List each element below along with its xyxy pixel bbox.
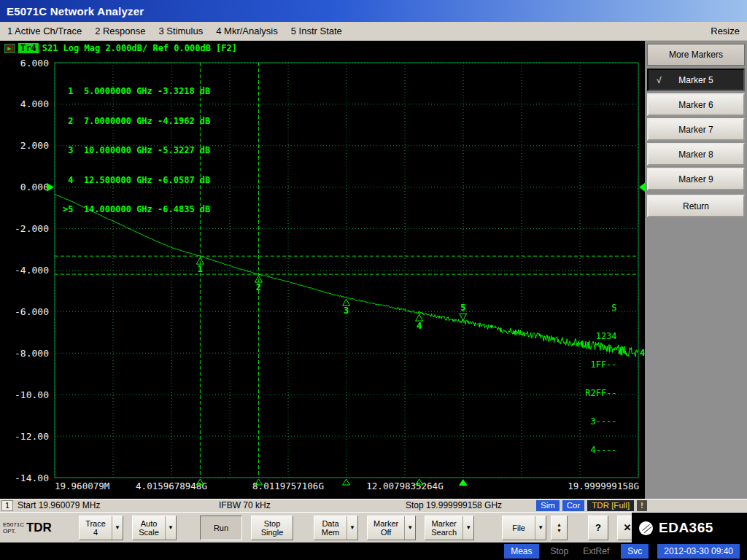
button-label: File <box>503 516 535 540</box>
svg-text:8.0119757106G: 8.0119757106G <box>252 481 324 491</box>
toolbar-toggle-button[interactable]: ▲ ▼ <box>551 516 568 540</box>
button-label-line: Marker <box>374 519 398 528</box>
trace-select-button[interactable]: Trace 4 ▼ <box>79 516 123 540</box>
auto-scale-button[interactable]: Auto Scale ▼ <box>132 516 177 540</box>
marker-readout-table: 1 5.0000000 GHz -3.3218 dB 2 7.0000000 G… <box>63 67 210 235</box>
marker-search-button[interactable]: Marker Search ▼ <box>425 516 474 540</box>
svg-text:-10.00: -10.00 <box>15 389 49 400</box>
softkey-marker-6[interactable]: Marker 6 <box>647 93 745 116</box>
svc-indicator: Svc <box>621 544 649 559</box>
svg-text:4: 4 <box>417 321 422 331</box>
correction-status-line: 1FF-- <box>585 360 627 370</box>
instrument-logo: E5071C OPT. TDR <box>3 521 70 535</box>
trace-header: ▶ Tr4 S21 Log Mag 2.000dB/ Ref 0.000dB [… <box>4 43 237 53</box>
down-arrow-icon: ▼ <box>557 528 562 534</box>
svg-text:4.0159678948G: 4.0159678948G <box>136 481 207 491</box>
svg-text:0.000: 0.000 <box>20 182 49 192</box>
menu-item-active-ch-trace[interactable]: 1 Active Ch/Trace <box>7 26 82 36</box>
svg-text:1: 1 <box>198 264 203 274</box>
run-button[interactable]: Run <box>200 516 242 540</box>
svg-text:-4.000: -4.000 <box>15 265 49 276</box>
chevron-down-icon[interactable]: ▼ <box>347 516 357 540</box>
logo-opt: OPT. <box>3 528 24 534</box>
sweep-stop-readout: Stop 19.999999158 GHz <box>406 500 502 510</box>
channel-trace-indicator-icon: ▶ <box>4 44 15 53</box>
menu-item-mkr-analysis[interactable]: 4 Mkr/Analysis <box>216 26 278 36</box>
svg-text:2.000: 2.000 <box>20 140 49 151</box>
marker-readout-row: 4 12.500000 GHz -6.0587 dB <box>63 176 210 186</box>
button-label-line: Marker <box>432 519 457 528</box>
help-button[interactable]: ? <box>588 516 608 540</box>
softkey-marker-9[interactable]: Marker 9 <box>647 168 745 190</box>
menu-item-resize[interactable]: Resize <box>711 26 740 36</box>
toolbar: E5071C OPT. TDR Trace 4 ▼ Auto Scale ▼ R… <box>0 512 747 542</box>
button-label-line: Scale <box>139 528 159 537</box>
correction-status-line: 3---- <box>585 417 627 427</box>
file-button[interactable]: File ▼ <box>502 516 546 540</box>
correction-status-line: 1234 <box>585 332 627 341</box>
svg-text:6.000: 6.000 <box>20 58 49 69</box>
button-label-line: Search <box>431 528 457 537</box>
marker-readout-row: 3 10.000000 GHz -5.3227 dB <box>63 146 210 156</box>
softkey-marker-5[interactable]: √ Marker 5 <box>647 69 745 91</box>
chevron-down-icon[interactable]: ▼ <box>404 516 415 540</box>
stop-single-button[interactable]: Stop Single <box>251 516 293 540</box>
button-label: Trace 4 <box>80 516 112 540</box>
button-label: Auto Scale <box>133 516 165 540</box>
marker-readout-row: 1 5.0000000 GHz -3.3218 dB <box>63 87 210 97</box>
menu-bar: 1 Active Ch/Trace 2 Response 3 Stimulus … <box>0 22 747 41</box>
chevron-down-icon[interactable]: ▼ <box>462 516 473 540</box>
meas-indicator: Meas <box>504 544 538 559</box>
button-label-line: Data <box>322 519 338 528</box>
data-mem-button[interactable]: Data Mem ▼ <box>314 516 358 540</box>
channel-status-bar: 1 Start 19.960079 MHz IFBW 70 kHz Stop 1… <box>0 499 747 512</box>
svg-text:12.0079835264G: 12.0079835264G <box>366 481 443 491</box>
svg-text:4: 4 <box>640 348 645 358</box>
clock-readout: 2012-03-30 09:40 <box>657 544 740 559</box>
menu-item-stimulus[interactable]: 3 Stimulus <box>159 26 204 36</box>
button-label-line: 4 <box>93 528 98 537</box>
instrument-display: ▶ Tr4 S21 Log Mag 2.000dB/ Ref 0.000dB [… <box>0 41 645 499</box>
correction-status-line: R2FF-- <box>585 389 627 398</box>
softkey-label: Marker 6 <box>678 100 713 110</box>
stop-indicator: Stop <box>548 545 572 558</box>
chevron-down-icon[interactable]: ▼ <box>112 516 123 540</box>
softkey-label: Marker 9 <box>678 174 713 184</box>
svg-text:-8.000: -8.000 <box>15 348 49 359</box>
title-bar: E5071C Network Analyzer <box>0 0 747 22</box>
eda365-watermark: EDA365 <box>632 513 747 543</box>
button-label-line: Single <box>261 528 284 537</box>
eda365-text: EDA365 <box>659 520 713 536</box>
softkey-marker-7[interactable]: Marker 7 <box>647 118 745 141</box>
svg-text:19.960079M: 19.960079M <box>55 481 109 491</box>
svg-text:-12.00: -12.00 <box>15 431 49 442</box>
menu-item-response[interactable]: 2 Response <box>95 26 145 36</box>
up-arrow-icon: ▲ <box>557 522 562 528</box>
marker-off-button[interactable]: Marker Off ▼ <box>367 516 416 540</box>
softkey-label: Return <box>683 201 709 211</box>
button-label: Run <box>201 516 241 540</box>
softkey-marker-8[interactable]: Marker 8 <box>647 143 745 166</box>
button-label-line: Run <box>214 524 228 532</box>
system-status-bar: Meas Stop ExtRef Svc 2012-03-30 09:40 <box>0 542 747 560</box>
active-trace-label[interactable]: Tr4 <box>18 43 39 53</box>
menu-item-instr-state[interactable]: 5 Instr State <box>291 26 342 36</box>
logo-model-block: E5071C OPT. <box>3 521 24 534</box>
sim-badge: Sim <box>536 500 560 511</box>
svg-text:-6.000: -6.000 <box>15 306 49 317</box>
cor-badge: Cor <box>562 500 585 511</box>
check-icon: √ <box>657 75 662 85</box>
button-label: Stop Single <box>252 516 293 540</box>
channel-number: 1 <box>1 500 13 511</box>
softkey-return[interactable]: Return <box>647 195 745 217</box>
window-title: E5071C Network Analyzer <box>7 5 144 18</box>
sweep-start-readout: Start 19.960079 MHz <box>18 500 100 510</box>
up-down-arrows-icon: ▲ ▼ <box>551 516 567 540</box>
chevron-down-icon[interactable]: ▼ <box>165 516 176 540</box>
chevron-down-icon[interactable]: ▼ <box>535 516 546 540</box>
button-label-line: File <box>512 524 525 532</box>
button-label: Marker Off <box>368 516 404 540</box>
svg-text:5: 5 <box>460 303 465 313</box>
softkey-label: Marker 5 <box>678 75 713 85</box>
svg-text:2: 2 <box>256 282 261 292</box>
